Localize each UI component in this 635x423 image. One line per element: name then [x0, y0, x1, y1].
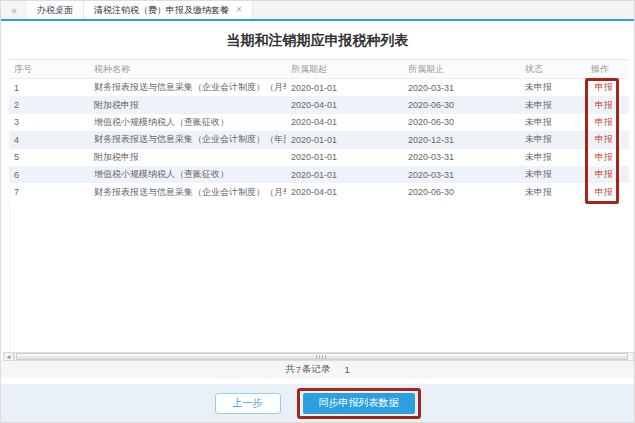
row-number: 3	[9, 117, 89, 127]
status-label: 未申报	[520, 133, 586, 146]
declare-link[interactable]: 申报	[586, 186, 629, 199]
table-row: 2 附加税申报 2020-04-01 2020-06-30 未申报 申报	[9, 96, 629, 113]
record-count-prefix: 共	[285, 363, 295, 376]
tab-bar: « 办税桌面 清税注销税（费）申报及缴纳套餐 ×	[1, 1, 634, 21]
table-row: 4 财务报表报送与信息采集（企业会计制度）（年度） 2020-01-01 202…	[9, 131, 629, 148]
close-tab-icon[interactable]: ×	[236, 5, 242, 15]
tax-type-name: 财务报表报送与信息采集（企业会计制度）（月季）	[89, 186, 286, 199]
period-start-date: 2020-04-01	[286, 117, 403, 127]
tab-label: 办税桌面	[37, 4, 73, 17]
declare-link[interactable]: 申报	[586, 116, 629, 129]
table-row: 1 财务报表报送与信息采集（企业会计制度）（月季） 2020-01-01 202…	[9, 79, 629, 96]
tax-declaration-table: 序号 税种名称 所属期起 所属期止 状态 操作 1 财务报表报送与信息采集（企业…	[9, 59, 629, 201]
status-label: 未申报	[520, 81, 586, 94]
period-end-date: 2020-06-30	[403, 117, 520, 127]
declare-link[interactable]: 申报	[586, 168, 629, 181]
scrollbar-grip-icon	[316, 355, 327, 359]
tax-type-name: 增值税小规模纳税人（查账征收）	[89, 168, 286, 181]
annotation-box-sync-button: 同步申报列表数据	[297, 388, 421, 419]
period-end-date: 2020-06-30	[403, 100, 520, 110]
row-number: 6	[9, 170, 89, 180]
column-header-status: 状态	[520, 63, 586, 76]
previous-step-button[interactable]: 上一步	[215, 393, 281, 414]
declare-link[interactable]: 申报	[586, 133, 629, 146]
record-count-suffix: 条记录	[302, 363, 331, 376]
tax-type-name: 增值税小规模纳税人（查账征收）	[89, 116, 286, 129]
status-label: 未申报	[520, 116, 586, 129]
status-label: 未申报	[520, 186, 586, 199]
declare-link[interactable]: 申报	[586, 81, 629, 94]
period-end-date: 2020-03-31	[403, 152, 520, 162]
table-row: 3 增值税小规模纳税人（查账征收） 2020-04-01 2020-06-30 …	[9, 114, 629, 131]
status-label: 未申报	[520, 151, 586, 164]
status-label: 未申报	[520, 99, 586, 112]
period-start-date: 2020-01-01	[286, 170, 403, 180]
row-number: 7	[9, 187, 89, 197]
tab-label: 清税注销税（费）申报及缴纳套餐	[94, 4, 229, 17]
period-start-date: 2020-01-01	[286, 83, 403, 93]
row-number: 4	[9, 135, 89, 145]
page-title: 当期和注销期应申报税种列表	[1, 32, 634, 50]
tab-tax-desktop[interactable]: 办税桌面	[27, 1, 84, 19]
declare-link[interactable]: 申报	[586, 99, 629, 112]
collapse-tabs-icon[interactable]: «	[1, 1, 27, 19]
column-header-period-end: 所属期止	[403, 63, 520, 76]
column-header-period-start: 所属期起	[286, 63, 403, 76]
period-start-date: 2020-01-01	[286, 135, 403, 145]
period-start-date: 2020-01-01	[286, 152, 403, 162]
column-header-tax-name: 税种名称	[89, 63, 286, 76]
horizontal-scrollbar[interactable]: ◂	[3, 352, 634, 361]
tab-clearance-cancellation-package[interactable]: 清税注销税（费）申报及缴纳套餐 ×	[84, 1, 253, 19]
table-header: 序号 税种名称 所属期起 所属期止 状态 操作	[9, 59, 629, 79]
scrollbar-left-arrow-icon[interactable]: ◂	[3, 352, 14, 361]
period-start-date: 2020-04-01	[286, 187, 403, 197]
scrollbar-thumb[interactable]	[16, 353, 628, 360]
page-number[interactable]: 1	[345, 364, 350, 375]
tax-type-name: 附加税申报	[89, 151, 286, 164]
scrollbar-track[interactable]	[14, 352, 634, 361]
sync-declaration-list-button[interactable]: 同步申报列表数据	[303, 393, 415, 414]
table-row: 5 附加税申报 2020-01-01 2020-03-31 未申报 申报	[9, 149, 629, 166]
app-window: « 办税桌面 清税注销税（费）申报及缴纳套餐 × 当期和注销期应申报税种列表 序…	[0, 0, 635, 423]
table-row: 6 增值税小规模纳税人（查账征收） 2020-01-01 2020-03-31 …	[9, 166, 629, 183]
column-header-operation: 操作	[586, 63, 629, 76]
row-number: 2	[9, 100, 89, 110]
column-header-no: 序号	[9, 63, 89, 76]
tax-type-name: 财务报表报送与信息采集（企业会计制度）（月季）	[89, 81, 286, 94]
status-label: 未申报	[520, 168, 586, 181]
period-end-date: 2020-12-31	[403, 135, 520, 145]
period-end-date: 2020-03-31	[403, 83, 520, 93]
declare-link[interactable]: 申报	[586, 151, 629, 164]
tax-type-name: 财务报表报送与信息采集（企业会计制度）（年度）	[89, 133, 286, 146]
footer-bar: 上一步 同步申报列表数据	[1, 384, 634, 422]
table-body: 1 财务报表报送与信息采集（企业会计制度）（月季） 2020-01-01 202…	[9, 79, 629, 201]
row-number: 5	[9, 152, 89, 162]
period-end-date: 2020-06-30	[403, 187, 520, 197]
record-count-number: 7	[296, 364, 301, 375]
tax-type-name: 附加税申报	[89, 99, 286, 112]
period-end-date: 2020-03-31	[403, 170, 520, 180]
record-count-bar: 共 7 条记录 1	[1, 361, 634, 378]
row-number: 1	[9, 83, 89, 93]
table-row: 7 财务报表报送与信息采集（企业会计制度）（月季） 2020-04-01 202…	[9, 183, 629, 200]
period-start-date: 2020-04-01	[286, 100, 403, 110]
